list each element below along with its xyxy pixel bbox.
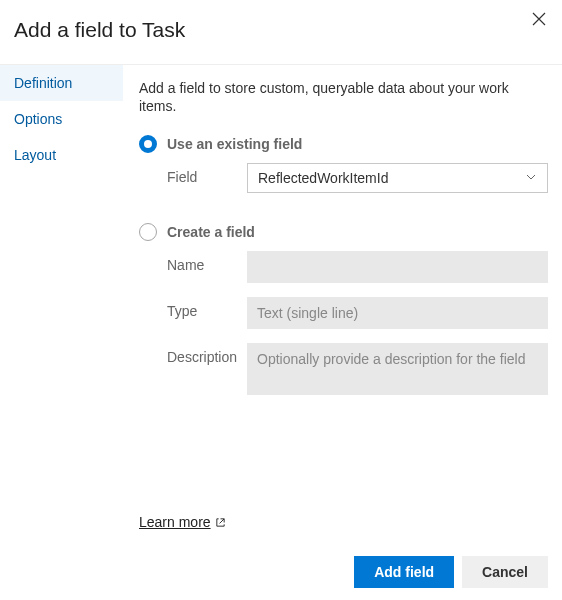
content-wrap: Definition Options Layout Add a field to… <box>0 64 562 544</box>
field-label: Description <box>167 343 247 365</box>
type-select: Text (single line) <box>247 297 548 329</box>
field-label: Type <box>167 297 247 319</box>
sidebar-item-label: Layout <box>14 147 56 163</box>
field-label: Name <box>167 251 247 273</box>
sidebar-item-label: Definition <box>14 75 72 91</box>
radio-label: Create a field <box>167 224 255 240</box>
sidebar-item-options[interactable]: Options <box>0 101 123 137</box>
external-link-icon <box>215 517 226 528</box>
close-icon <box>532 12 546 26</box>
option-create-field: Create a field Name Type Text (single li… <box>139 223 548 395</box>
sidebar-item-label: Options <box>14 111 62 127</box>
radio-unchecked-icon <box>139 223 157 241</box>
cancel-button[interactable]: Cancel <box>462 556 548 588</box>
learn-more-link[interactable]: Learn more <box>139 514 226 530</box>
dialog-footer: Add field Cancel <box>354 556 548 588</box>
radio-label: Use an existing field <box>167 136 302 152</box>
close-button[interactable] <box>528 8 550 33</box>
main-panel: Add a field to store custom, queryable d… <box>123 65 562 544</box>
learn-more-label: Learn more <box>139 514 211 530</box>
intro-text: Add a field to store custom, queryable d… <box>139 79 548 115</box>
field-select-value: ReflectedWorkItemId <box>258 170 388 186</box>
option-use-existing: Use an existing field Field ReflectedWor… <box>139 135 548 193</box>
field-row-name: Name <box>139 251 548 283</box>
sidebar-item-layout[interactable]: Layout <box>0 137 123 173</box>
field-label: Field <box>167 163 247 185</box>
radio-create-field[interactable]: Create a field <box>139 223 548 241</box>
add-field-button[interactable]: Add field <box>354 556 454 588</box>
description-textarea: Optionally provide a description for the… <box>247 343 548 395</box>
name-input <box>247 251 548 283</box>
field-row-description: Description Optionally provide a descrip… <box>139 343 548 395</box>
radio-checked-icon <box>139 135 157 153</box>
radio-use-existing[interactable]: Use an existing field <box>139 135 548 153</box>
field-select[interactable]: ReflectedWorkItemId <box>247 163 548 193</box>
sidebar-item-definition[interactable]: Definition <box>0 65 123 101</box>
dialog-title: Add a field to Task <box>0 0 562 64</box>
field-row-type: Type Text (single line) <box>139 297 548 329</box>
sidebar: Definition Options Layout <box>0 65 123 544</box>
field-row-existing: Field ReflectedWorkItemId <box>139 163 548 193</box>
chevron-down-icon <box>525 170 537 186</box>
